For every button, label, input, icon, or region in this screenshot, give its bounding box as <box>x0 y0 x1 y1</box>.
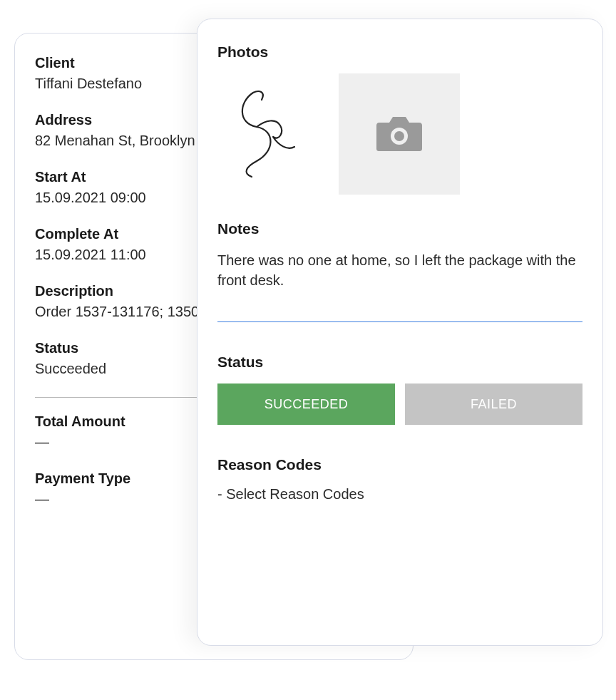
reason-codes-heading: Reason Codes <box>217 456 582 473</box>
photos-heading: Photos <box>217 43 582 61</box>
signature-image[interactable] <box>217 81 310 187</box>
signature-icon <box>225 84 303 184</box>
completion-card: Photos Notes There was no one at home, s… <box>197 19 603 646</box>
notes-value: There was no one at home, so I left the … <box>217 250 582 290</box>
notes-heading: Notes <box>217 220 582 237</box>
succeeded-button[interactable]: SUCCEEDED <box>217 384 395 425</box>
failed-button[interactable]: FAILED <box>405 384 582 425</box>
photos-row <box>217 73 582 195</box>
notes-input-underline[interactable] <box>217 321 582 322</box>
reason-codes-select[interactable]: - Select Reason Codes <box>217 486 582 503</box>
add-photo-button[interactable] <box>339 73 460 195</box>
camera-icon <box>374 113 425 155</box>
status-button-group: SUCCEEDED FAILED <box>217 384 582 425</box>
svg-point-1 <box>394 131 404 141</box>
status-heading: Status <box>217 354 582 371</box>
